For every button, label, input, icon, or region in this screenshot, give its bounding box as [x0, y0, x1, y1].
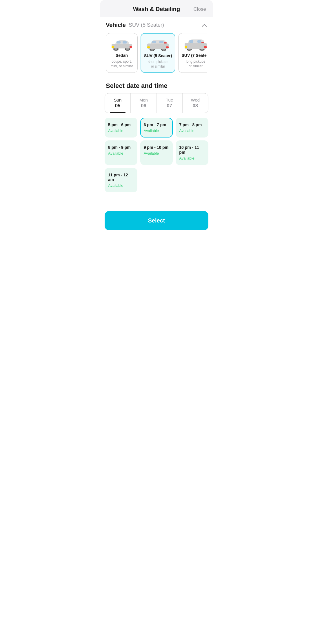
svg-rect-16	[147, 46, 150, 48]
vehicle-cards: Sedan coupe, sport,mini, or similar	[106, 33, 207, 75]
time-slot-1[interactable]: 6 pm - 7 pm Available	[140, 118, 173, 138]
date-tab-wed08-num: 08	[192, 103, 198, 109]
svg-rect-27	[204, 46, 207, 48]
suv5-desc: short pickupsor similar	[148, 60, 168, 69]
svg-rect-18	[164, 42, 167, 44]
date-tab-wed08-day: Wed	[191, 97, 200, 102]
date-tab-mon06[interactable]: Mon 06	[131, 93, 156, 113]
suv5-name: SUV (5 Seater)	[144, 53, 172, 58]
date-tab-tue07-num: 07	[167, 103, 172, 109]
vehicle-section: Vehicle SUV (5 Seater)	[100, 17, 213, 75]
time-slot-4-time: 9 pm - 10 pm	[144, 145, 169, 150]
time-slot-5[interactable]: 10 pm - 11 pm Available	[176, 140, 208, 165]
date-tabs: Sun 05 Mon 06 Tue 07 Wed 08	[105, 93, 208, 113]
suv7-name: SUV (7 Seater)	[181, 53, 207, 58]
vehicle-label: Vehicle	[106, 22, 126, 28]
time-slot-1-status: Available	[144, 129, 159, 133]
time-slot-2[interactable]: 7 pm - 8 pm Available	[176, 118, 208, 138]
select-button[interactable]: Select	[105, 211, 208, 230]
svg-rect-14	[152, 41, 156, 43]
vehicle-selected-value: SUV (5 Seater)	[129, 22, 199, 28]
svg-rect-28	[201, 42, 204, 43]
page-title: Wash & Detailing	[133, 6, 180, 12]
suv5-image	[146, 38, 170, 52]
svg-rect-5	[117, 41, 121, 44]
svg-rect-17	[166, 46, 169, 48]
suv7-desc: long pickupsor similar	[186, 59, 205, 68]
svg-rect-7	[112, 46, 114, 48]
time-slot-6[interactable]: 11 pm - 12 am Available	[105, 168, 137, 193]
date-tab-mon06-num: 06	[141, 103, 146, 109]
close-button[interactable]: Close	[194, 6, 206, 12]
svg-rect-8	[130, 46, 132, 48]
date-tab-wed08[interactable]: Wed 08	[183, 93, 208, 113]
time-slot-2-status: Available	[179, 129, 194, 133]
svg-rect-23	[185, 43, 207, 49]
time-slot-4[interactable]: 9 pm - 10 pm Available	[140, 140, 173, 165]
svg-rect-4	[112, 44, 132, 48]
time-slots-grid: 5 pm - 6 pm Available 6 pm - 7 pm Availa…	[100, 113, 213, 192]
sedan-image	[110, 37, 133, 51]
date-tab-tue07-day: Tue	[166, 97, 173, 102]
date-section-title: Select date and time	[100, 75, 213, 93]
chevron-up-icon[interactable]	[201, 22, 207, 28]
svg-rect-13	[147, 44, 169, 49]
time-slot-5-status: Available	[179, 156, 194, 160]
vehicle-label-row: Vehicle SUV (5 Seater)	[106, 22, 207, 28]
time-slot-0-status: Available	[108, 129, 123, 133]
date-tab-sun05[interactable]: Sun 05	[105, 93, 131, 113]
time-slot-1-time: 6 pm - 7 pm	[144, 122, 166, 127]
sedan-name: Sedan	[116, 53, 128, 58]
svg-rect-26	[185, 46, 187, 48]
vehicle-card-suv7[interactable]: SUV (7 Seater) long pickupsor similar	[178, 33, 207, 73]
vehicle-card-suv5[interactable]: SUV (5 Seater) short pickupsor similar	[141, 33, 175, 73]
header: Wash & Detailing Close	[100, 0, 213, 17]
svg-rect-6	[123, 41, 127, 44]
svg-rect-24	[189, 40, 193, 43]
select-button-container: Select	[100, 204, 213, 240]
suv7-image	[184, 37, 207, 51]
date-tab-tue07[interactable]: Tue 07	[157, 93, 183, 113]
time-slot-6-status: Available	[108, 183, 123, 188]
time-slot-6-time: 11 pm - 12 am	[108, 173, 134, 182]
sedan-desc: coupe, sport,mini, or similar	[110, 59, 133, 68]
time-slot-5-time: 10 pm - 11 pm	[179, 145, 205, 155]
svg-rect-25	[197, 40, 201, 43]
time-slot-3[interactable]: 8 pm - 9 pm Available	[105, 140, 137, 165]
time-slot-4-status: Available	[144, 151, 159, 155]
time-slot-2-time: 7 pm - 8 pm	[179, 122, 202, 127]
date-tab-mon06-day: Mon	[139, 97, 148, 102]
date-tab-sun05-num: 05	[115, 103, 121, 109]
time-slot-0[interactable]: 5 pm - 6 pm Available	[105, 118, 137, 138]
time-slot-0-time: 5 pm - 6 pm	[108, 122, 131, 127]
svg-rect-15	[159, 41, 163, 43]
time-slot-3-time: 8 pm - 9 pm	[108, 145, 131, 150]
vehicle-card-sedan[interactable]: Sedan coupe, sport,mini, or similar	[106, 33, 138, 73]
time-slot-3-status: Available	[108, 151, 123, 155]
date-tab-sun05-day: Sun	[114, 97, 122, 102]
